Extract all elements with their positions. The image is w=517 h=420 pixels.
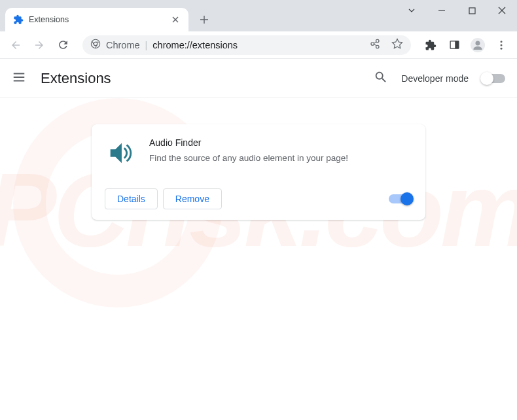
svg-point-10 — [501, 47, 503, 49]
chrome-logo-icon — [90, 39, 101, 51]
remove-button[interactable]: Remove — [163, 188, 222, 209]
address-bar[interactable]: Chrome | chrome://extensions — [82, 35, 411, 55]
omnibox-separator: | — [145, 40, 148, 50]
extensions-header: Extensions Developer mode — [0, 59, 517, 98]
developer-mode-toggle[interactable] — [482, 74, 505, 83]
minimize-button[interactable] — [427, 0, 457, 21]
close-tab-icon[interactable] — [170, 14, 181, 25]
close-window-button[interactable] — [487, 0, 517, 21]
maximize-button[interactable] — [457, 0, 487, 21]
forward-button[interactable] — [29, 35, 50, 56]
extension-puzzle-icon — [13, 14, 24, 25]
omnibox-url: chrome://extensions — [152, 40, 238, 50]
svg-rect-0 — [469, 8, 475, 14]
window-controls — [397, 0, 517, 26]
tab-title: Extensions — [29, 15, 165, 24]
extension-enable-toggle[interactable] — [389, 194, 412, 203]
browser-tab[interactable]: Extensions — [5, 8, 188, 31]
hamburger-menu-icon[interactable] — [12, 70, 26, 87]
share-icon[interactable] — [369, 38, 381, 52]
omnibox-prefix: Chrome — [106, 40, 140, 50]
page-title: Extensions — [41, 70, 111, 87]
bookmark-star-icon[interactable] — [391, 38, 403, 52]
extension-name: Audio Finder — [149, 137, 412, 148]
extensions-puzzle-icon[interactable] — [420, 35, 441, 56]
details-button[interactable]: Details — [105, 188, 158, 209]
extensions-content: Audio Finder Find the source of any audi… — [0, 98, 517, 246]
profile-avatar-icon[interactable] — [467, 35, 488, 56]
reload-button[interactable] — [52, 35, 73, 56]
menu-dots-icon[interactable] — [491, 35, 512, 56]
extension-card: Audio Finder Find the source of any audi… — [92, 124, 425, 220]
extension-description: Find the source of any audio element in … — [149, 152, 412, 165]
dropdown-icon[interactable] — [397, 0, 427, 21]
back-button[interactable] — [5, 35, 26, 56]
titlebar: Extensions — [0, 0, 517, 31]
browser-toolbar: Chrome | chrome://extensions — [0, 31, 517, 59]
svg-point-9 — [501, 44, 503, 46]
new-tab-button[interactable] — [195, 10, 213, 29]
search-icon[interactable] — [374, 70, 388, 87]
speaker-icon — [105, 137, 136, 169]
side-panel-icon[interactable] — [444, 35, 465, 56]
developer-mode-label: Developer mode — [401, 73, 469, 84]
svg-point-8 — [501, 41, 503, 43]
svg-point-7 — [476, 41, 480, 45]
svg-rect-5 — [455, 41, 458, 48]
